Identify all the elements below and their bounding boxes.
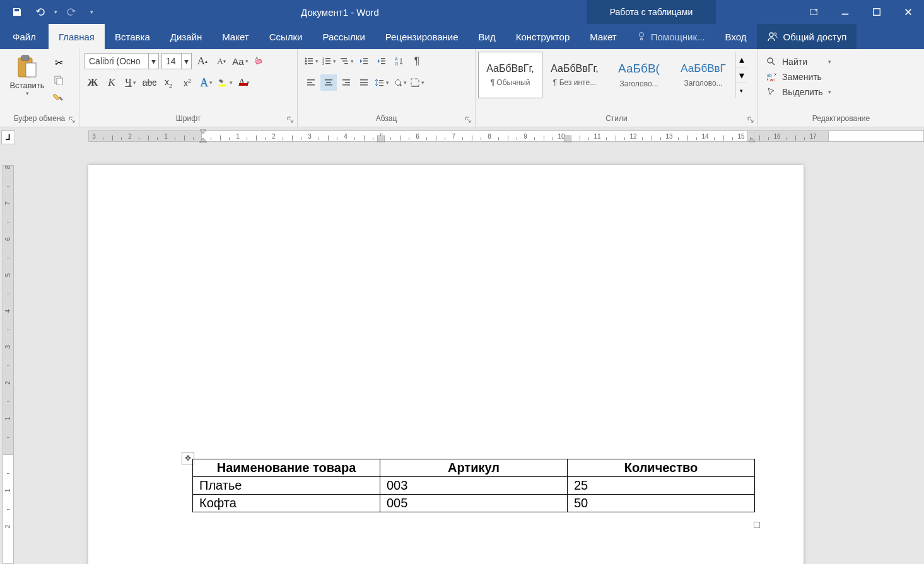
replace-button[interactable]: abac Заменить: [763, 71, 834, 83]
tab-home[interactable]: Главная: [49, 24, 105, 49]
table-cell[interactable]: Кофта: [193, 495, 380, 512]
font-color-button[interactable]: A: [236, 74, 252, 91]
underline-button[interactable]: Ч: [122, 74, 139, 91]
left-indent-marker[interactable]: [199, 135, 207, 143]
redo-button[interactable]: [60, 3, 81, 21]
group-clipboard: Вставить ▾ ✂ Буфер обмена: [0, 49, 79, 127]
tab-table-layout[interactable]: Макет: [580, 24, 626, 49]
bold-button[interactable]: Ж: [85, 74, 101, 91]
increase-indent-button[interactable]: [373, 53, 390, 69]
table-header-cell[interactable]: Количество: [568, 459, 755, 477]
italic-button[interactable]: К: [103, 74, 120, 91]
svg-rect-48: [345, 82, 350, 83]
tell-me-box[interactable]: Помощник...: [627, 24, 715, 49]
subscript-button[interactable]: x2: [160, 74, 177, 91]
shading-button[interactable]: [391, 74, 407, 91]
decrease-indent-button[interactable]: [356, 53, 372, 69]
superscript-button[interactable]: x2: [179, 74, 196, 91]
table-resize-handle[interactable]: [754, 522, 760, 528]
tab-review[interactable]: Рецензирование: [375, 24, 469, 49]
styles-expand[interactable]: ▾: [736, 83, 747, 98]
table-row[interactable]: Платье 003 25: [193, 477, 755, 495]
style-normal[interactable]: АаБбВвГг, ¶ Обычный: [478, 52, 542, 98]
tab-file[interactable]: Файл: [0, 24, 49, 49]
borders-button[interactable]: [409, 74, 425, 91]
text-effects-button[interactable]: A: [198, 74, 214, 91]
change-case-button[interactable]: Aa: [232, 53, 249, 69]
style-heading2[interactable]: АаБбВвГ Заголово...: [671, 52, 735, 98]
format-painter-button[interactable]: [52, 91, 66, 105]
bullets-button[interactable]: [303, 53, 319, 69]
tab-insert[interactable]: Вставка: [105, 24, 160, 49]
line-spacing-button[interactable]: [373, 74, 390, 91]
table-col-marker-2[interactable]: [564, 135, 571, 143]
tab-table-design[interactable]: Конструктор: [506, 24, 580, 49]
table-cell[interactable]: 003: [380, 477, 568, 495]
share-button[interactable]: Общий доступ: [757, 24, 857, 49]
style-no-spacing[interactable]: АаБбВвГг, ¶ Без инте...: [542, 52, 607, 98]
styles-scroll-down[interactable]: ▾: [736, 67, 747, 83]
style-heading1[interactable]: АаБбВ( Заголово...: [607, 52, 671, 98]
table-cell[interactable]: 005: [380, 495, 568, 512]
sort-button[interactable]: AЯ: [391, 53, 407, 69]
font-size-dropdown[interactable]: ▾: [181, 54, 191, 69]
copy-button[interactable]: [52, 73, 66, 87]
table-cell[interactable]: 25: [568, 477, 755, 495]
horizontal-ruler[interactable]: 3211234567891011121314151617: [0, 128, 924, 146]
highlight-button[interactable]: ab: [217, 74, 233, 91]
table-col-marker-1[interactable]: [377, 135, 385, 143]
right-indent-marker[interactable]: [748, 135, 756, 143]
tab-references[interactable]: Ссылки: [259, 24, 313, 49]
table-header-cell[interactable]: Артикул: [380, 459, 568, 477]
undo-dropdown[interactable]: ▾: [54, 9, 57, 15]
tab-design[interactable]: Дизайн: [160, 24, 212, 49]
document-area[interactable]: ✥ Наименование товара Артикул Количество…: [16, 146, 924, 564]
align-center-button[interactable]: [320, 74, 337, 91]
svg-rect-52: [360, 84, 368, 86]
tab-mailings[interactable]: Рассылки: [312, 24, 375, 49]
paste-button[interactable]: Вставить ▾: [5, 53, 49, 96]
tab-view[interactable]: Вид: [469, 24, 506, 49]
justify-icon: [359, 78, 369, 88]
svg-rect-30: [341, 58, 347, 59]
align-left-button[interactable]: [303, 74, 319, 91]
clipboard-launcher[interactable]: [67, 115, 76, 124]
table-cell[interactable]: 50: [568, 495, 755, 512]
font-name-dropdown[interactable]: ▾: [148, 54, 158, 69]
font-name-combo[interactable]: Calibri (Осно ▾: [85, 53, 159, 69]
cut-button[interactable]: ✂: [52, 55, 66, 69]
paragraph-launcher[interactable]: [464, 115, 472, 124]
justify-button[interactable]: [356, 74, 372, 91]
align-right-button[interactable]: [338, 74, 354, 91]
undo-button[interactable]: [30, 3, 52, 21]
vertical-ruler[interactable]: 8765432112: [0, 146, 16, 564]
styles-scroll-up[interactable]: ▴: [736, 52, 747, 67]
show-marks-button[interactable]: ¶: [409, 53, 425, 69]
table-cell[interactable]: Платье: [193, 477, 380, 495]
ribbon-display-options-button[interactable]: [798, 0, 829, 24]
table-row[interactable]: Кофта 005 50: [193, 495, 755, 512]
table-header-cell[interactable]: Наименование товара: [193, 459, 380, 477]
grow-font-button[interactable]: A▴: [194, 53, 211, 69]
tab-stop-selector[interactable]: L: [1, 130, 15, 144]
select-button[interactable]: Выделить: [763, 86, 834, 98]
maximize-button[interactable]: [861, 0, 892, 24]
numbering-button[interactable]: 123: [320, 53, 337, 69]
page[interactable]: ✥ Наименование товара Артикул Количество…: [88, 165, 804, 564]
shrink-font-button[interactable]: A▾: [213, 53, 230, 69]
clear-formatting-button[interactable]: A: [251, 53, 267, 69]
sign-in-button[interactable]: Вход: [715, 24, 757, 49]
strikethrough-button[interactable]: abc: [141, 74, 158, 91]
document-table[interactable]: Наименование товара Артикул Количество П…: [192, 459, 755, 512]
table-header-row[interactable]: Наименование товара Артикул Количество: [193, 459, 755, 477]
tab-layout[interactable]: Макет: [212, 24, 259, 49]
save-button[interactable]: [6, 3, 28, 21]
find-button[interactable]: Найти: [763, 55, 834, 68]
font-size-combo[interactable]: 14 ▾: [161, 53, 192, 69]
multilevel-list-button[interactable]: [338, 53, 354, 69]
styles-launcher[interactable]: [746, 115, 755, 124]
font-launcher[interactable]: [286, 115, 295, 124]
minimize-button[interactable]: [829, 0, 861, 24]
svg-rect-1: [842, 14, 849, 15]
close-button[interactable]: [892, 0, 924, 24]
